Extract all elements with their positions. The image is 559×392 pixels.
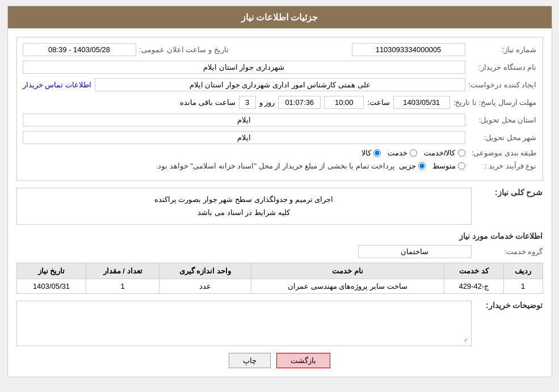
category-label: طبقه بندی موضوعی: <box>469 149 537 157</box>
announce-date-value: 1403/05/28 - 08:39 <box>23 43 136 56</box>
buttons-row: بازگشت چاپ <box>16 353 543 368</box>
city-value: ایلام <box>23 131 465 144</box>
purchase-note: پرداخت تمام یا بخشی از مبلغ خریدار از مح… <box>23 162 396 170</box>
province-label: استان محل تحویل: <box>469 116 537 124</box>
deadline-time-label: ساعت: <box>367 98 390 107</box>
radio-motavasset[interactable]: متوسط <box>432 162 465 170</box>
cell-date: 1403/05/31 <box>16 279 86 293</box>
info-section: شماره نیاز: 1103093334000005 تاریخ و ساع… <box>16 37 543 181</box>
need-number-label: شماره نیاز: <box>469 45 537 54</box>
group-row: گروه خدمت: ساختمان <box>16 245 543 258</box>
buyer-desc-label: توضیحات خریدار: <box>475 301 543 310</box>
col-row: ردیف <box>503 263 543 279</box>
deadline-label: مهلت ارسال پاسخ: تا تاریخ: <box>453 98 537 107</box>
category-row: طبقه بندی موضوعی: کالا/خدمت خدمت کالا <box>23 149 537 157</box>
buyer-org-label: نام دستگاه خریدار: <box>469 63 537 71</box>
content-area: شماره نیاز: 1103093334000005 تاریخ و ساع… <box>8 28 552 377</box>
description-label: شرح کلی نیاز: <box>475 188 543 197</box>
description-line2: کلیه شرایط در اسناد می باشد <box>22 206 466 219</box>
table-row: 1 ج-42-429 ساخت سایر پروژه‌های مهندسی عم… <box>16 279 543 293</box>
need-number-row: شماره نیاز: 1103093334000005 تاریخ و ساع… <box>23 43 537 56</box>
buyer-desc-box[interactable]: ↙ <box>16 301 472 346</box>
purchase-type-radio-group: متوسط جزیی <box>399 162 465 170</box>
remaining-time: 01:07:36 <box>278 96 321 109</box>
cell-unit: عدد <box>159 279 251 293</box>
print-button[interactable]: چاپ <box>229 353 271 368</box>
province-value: ایلام <box>23 113 465 127</box>
cell-row: 1 <box>503 279 543 293</box>
buyer-org-row: نام دستگاه خریدار: شهرداری جوار استان ای… <box>23 61 537 74</box>
col-name: نام خدمت <box>251 263 444 279</box>
services-title: اطلاعات خدمات مورد نیاز <box>16 231 543 241</box>
creator-row: ایجاد کننده درخواست: علی همتی کارشناس ام… <box>23 78 537 91</box>
need-number-value: 1103093334000005 <box>352 43 465 56</box>
cell-qty: 1 <box>86 279 159 293</box>
contact-link[interactable]: اطلاعات تماس خریدار <box>23 81 91 89</box>
description-row: شرح کلی نیاز: اجرای ترمیم و جدولگذاری سط… <box>16 188 543 225</box>
page-header: جزئیات اطلاعات نیاز <box>8 6 552 28</box>
buyer-desc-row: توضیحات خریدار: ↙ <box>16 301 543 346</box>
description-wrapper: اجرای ترمیم و جدولگذاری سطح شهر جوار بصو… <box>16 188 472 225</box>
remaining-day-label: روز و <box>259 98 275 107</box>
description-box: اجرای ترمیم و جدولگذاری سطح شهر جوار بصو… <box>16 188 472 225</box>
radio-kala-khedmat[interactable]: کالا/خدمت <box>424 149 465 157</box>
buyer-org-value: شهرداری جوار استان ایلام <box>23 61 465 74</box>
group-value: ساختمان <box>358 245 472 258</box>
col-code: کد خدمت <box>444 263 504 279</box>
purchase-type-label: نوع فرآیند خرید : <box>469 162 537 170</box>
radio-kala[interactable]: کالا <box>362 149 381 157</box>
page-container: جزئیات اطلاعات نیاز شماره نیاز: 11030933… <box>7 6 552 377</box>
creator-value: علی همتی کارشناس امور اداری شهرداری جوار… <box>95 78 465 91</box>
city-label: شهر محل تحویل: <box>469 133 537 142</box>
deadline-date: 1403/05/31 <box>393 96 450 109</box>
deadline-time: 10:00 <box>324 96 364 109</box>
creator-label: ایجاد کننده درخواست: <box>469 81 537 89</box>
remaining-time-label: ساعت باقی مانده <box>180 98 235 107</box>
back-button[interactable]: بازگشت <box>276 353 330 368</box>
purchase-type-row: نوع فرآیند خرید : متوسط جزیی پرداخت تمام… <box>23 162 537 170</box>
radio-khedmat[interactable]: خدمت <box>388 149 417 157</box>
col-date: تاریخ نیاز <box>16 263 86 279</box>
deadline-row: مهلت ارسال پاسخ: تا تاریخ: 1403/05/31 سا… <box>23 96 537 109</box>
cell-code: ج-42-429 <box>444 279 504 293</box>
table-header-row: ردیف کد خدمت نام خدمت واحد اندازه گیری ت… <box>16 263 543 279</box>
page-title: جزئیات اطلاعات نیاز <box>241 12 318 22</box>
category-radio-group: کالا/خدمت خدمت کالا <box>362 149 465 157</box>
description-line1: اجرای ترمیم و جدولگذاری سطح شهر جوار بصو… <box>22 193 466 206</box>
group-label: گروه خدمت: <box>475 247 543 256</box>
col-qty: تعداد / مقدار <box>86 263 159 279</box>
province-row: استان محل تحویل: ایلام <box>23 113 537 127</box>
announce-date-label: تاریخ و ساعت اعلان عمومی: <box>140 45 229 54</box>
cell-name: ساخت سایر پروژه‌های مهندسی عمران <box>251 279 444 293</box>
city-row: شهر محل تحویل: ایلام <box>23 131 537 144</box>
remaining-days: 3 <box>239 96 256 109</box>
services-section: اطلاعات خدمات مورد نیاز گروه خدمت: ساختم… <box>16 231 543 294</box>
services-table: ردیف کد خدمت نام خدمت واحد اندازه گیری ت… <box>16 263 543 294</box>
radio-jozi[interactable]: جزیی <box>399 162 426 170</box>
col-unit: واحد اندازه گیری <box>159 263 251 279</box>
